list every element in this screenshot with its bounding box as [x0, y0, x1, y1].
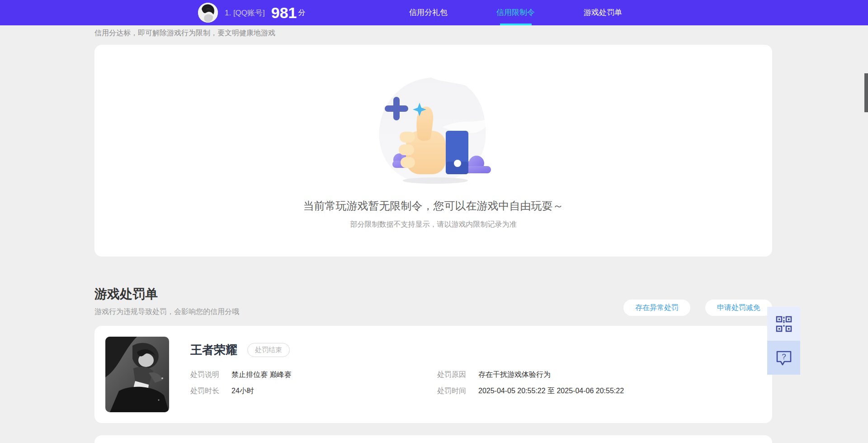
field-label: 处罚原因: [437, 370, 478, 380]
penalty-reduction-button[interactable]: 申请处罚减免: [705, 300, 772, 316]
penalty-section-header: 游戏处罚单 游戏行为违规导致处罚，会影响您的信用分哦 存在异常处罚 申请处罚减免: [94, 286, 772, 317]
no-limitation-message: 当前常玩游戏暂无限制令，您可以在游戏中自由玩耍～: [303, 199, 564, 213]
qr-code-button[interactable]: [767, 307, 800, 341]
avatar[interactable]: [198, 3, 218, 23]
field-value: 存在干扰游戏体验行为: [478, 370, 551, 380]
field-value: 2025-04-05 20:55:22 至 2025-04-06 20:55:2…: [478, 386, 624, 396]
penalty-fields: 处罚说明 禁止排位赛 巅峰赛 处罚原因 存在干扰游戏体验行为 处罚时长 24小时…: [190, 370, 759, 396]
floating-side-widget: ?: [767, 307, 800, 375]
game-thumbnail: [105, 337, 169, 412]
penalty-duration-field: 处罚时长 24小时: [190, 386, 437, 396]
account-label: 1. [QQ账号]: [225, 8, 265, 18]
credit-score-unit: 分: [298, 8, 306, 18]
qr-code-icon: [775, 315, 793, 333]
abnormal-penalty-button[interactable]: 存在异常处罚: [623, 300, 690, 316]
field-label: 处罚时长: [190, 386, 231, 396]
field-label: 处罚时间: [437, 386, 478, 396]
next-penalty-card-partial: [94, 435, 772, 443]
vertical-scrollbar-thumb[interactable]: [864, 73, 868, 112]
penalty-section-subtitle: 游戏行为违规导致处罚，会影响您的信用分哦: [94, 307, 239, 317]
penalty-reason-field: 处罚原因 存在干扰游戏体验行为: [437, 370, 759, 380]
penalty-card-content: 王者荣耀 处罚结束 处罚说明 禁止排位赛 巅峰赛 处罚原因 存在干扰游戏体验行为…: [190, 342, 759, 396]
penalty-time-field: 处罚时间 2025-04-05 20:55:22 至 2025-04-06 20…: [437, 386, 759, 396]
limitation-disclaimer: 部分限制数据不支持显示，请以游戏内限制记录为准: [350, 220, 517, 229]
tab-credit-limitation[interactable]: 信用限制令: [472, 0, 559, 25]
penalty-card-title-row: 王者荣耀 处罚结束: [190, 342, 759, 358]
limitation-card: 当前常玩游戏暂无限制令，您可以在游戏中自由玩耍～ 部分限制数据不支持显示，请以游…: [94, 45, 772, 257]
help-glyph: ?: [782, 352, 786, 361]
help-button[interactable]: ?: [767, 341, 800, 375]
penalty-section-actions: 存在异常处罚 申请处罚减免: [623, 300, 772, 317]
field-label: 处罚说明: [190, 370, 231, 380]
penalty-section-title: 游戏处罚单: [94, 286, 239, 303]
account-area: 1. [QQ账号] 981 分: [198, 0, 306, 25]
top-nav: 信用分礼包 信用限制令 游戏处罚单: [385, 0, 646, 25]
credit-notice-text: 信用分达标，即可解除游戏行为限制，要文明健康地游戏: [94, 29, 868, 38]
game-name: 王者荣耀: [190, 342, 237, 358]
penalty-record-card: 王者荣耀 处罚结束 处罚说明 禁止排位赛 巅峰赛 处罚原因 存在干扰游戏体验行为…: [94, 326, 772, 423]
top-bar: 1. [QQ账号] 981 分 信用分礼包 信用限制令 游戏处罚单: [0, 0, 868, 25]
help-bubble-icon: ?: [775, 349, 793, 367]
thumbs-up-illustration: [374, 75, 493, 187]
penalty-status-badge: 处罚结束: [247, 343, 290, 357]
tab-credit-gift[interactable]: 信用分礼包: [385, 0, 472, 25]
penalty-section-titles: 游戏处罚单 游戏行为违规导致处罚，会影响您的信用分哦: [94, 286, 239, 317]
tab-game-penalty[interactable]: 游戏处罚单: [559, 0, 646, 25]
field-value: 禁止排位赛 巅峰赛: [231, 370, 291, 380]
credit-score-value: 981: [271, 0, 297, 25]
penalty-description-field: 处罚说明 禁止排位赛 巅峰赛: [190, 370, 437, 380]
field-value: 24小时: [231, 386, 254, 396]
game-art-image: [105, 337, 169, 412]
avatar-image: [198, 3, 218, 23]
